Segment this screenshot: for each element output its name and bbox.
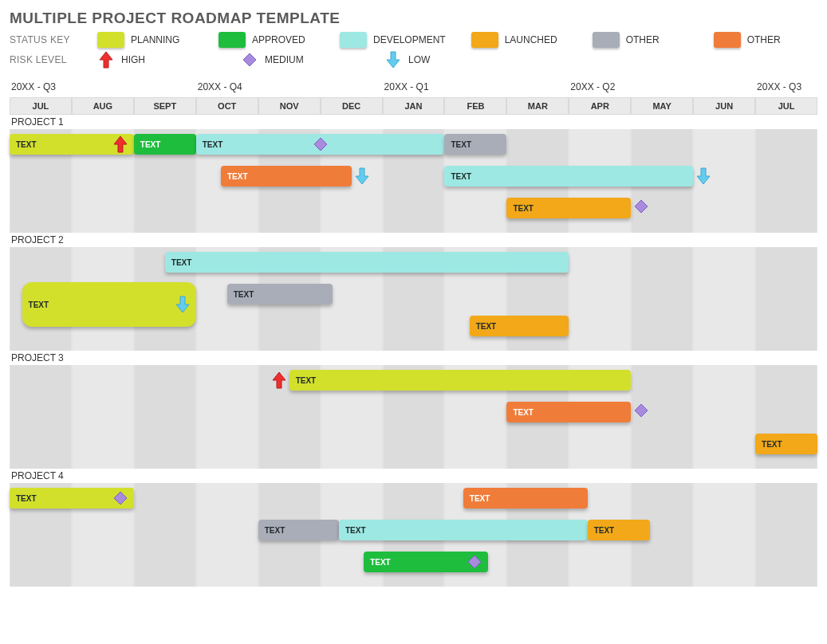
month-header: DEC [321, 97, 383, 115]
project-lanes: TEXTTEXTTEXTTEXTTEXTTEXTTEXT [10, 129, 817, 233]
project-title: PROJECT 3 [10, 351, 817, 365]
bar-label: TEXT [762, 440, 811, 449]
status-name: PLANNING [131, 34, 179, 45]
timeline-cell [755, 483, 817, 587]
gantt-bar[interactable]: TEXT [196, 134, 445, 155]
status-key-item: OTHER [593, 32, 688, 48]
status-name: OTHER [747, 34, 781, 45]
gantt-bar[interactable]: TEXT [444, 166, 693, 187]
diamond-icon [113, 491, 128, 505]
quarter-label [444, 80, 506, 97]
gantt-bar[interactable]: TEXT [506, 198, 631, 218]
quarter-label [506, 80, 569, 97]
bar-label: TEXT [296, 376, 625, 385]
gantt-bar[interactable]: TEXT [134, 134, 196, 155]
status-swatch [340, 32, 367, 48]
gantt-bar[interactable]: TEXT [463, 488, 588, 509]
project-lanes: TEXTTEXTTEXTTEXTTEXTTEXT [10, 483, 817, 587]
risk-marker [634, 403, 648, 421]
gantt-bar[interactable]: TEXT [10, 134, 134, 155]
arrow-down-icon [175, 296, 190, 313]
status-name: LAUNCHED [505, 34, 557, 45]
risk-level-name: LOW [408, 54, 430, 65]
quarter-label: 20XX - Q3 [755, 80, 817, 97]
gantt-bar[interactable]: TEXT [364, 552, 488, 572]
bar-label: TEXT [16, 494, 113, 503]
gantt-bar[interactable]: TEXT [165, 252, 569, 273]
month-header: SEPT [134, 97, 196, 115]
quarter-label [321, 80, 383, 97]
risk-marker [634, 199, 648, 217]
month-header: MAY [631, 97, 693, 115]
status-name: DEVELOPMENT [373, 34, 446, 45]
month-header: FEB [444, 97, 506, 115]
bar-label: TEXT [470, 494, 581, 503]
month-header: AUG [72, 97, 134, 115]
month-header: NOV [258, 97, 321, 115]
bar-label: TEXT [265, 526, 333, 535]
timeline-cell [196, 365, 258, 469]
gantt-bar[interactable]: TEXT [444, 134, 506, 155]
timeline-cell [134, 483, 196, 587]
status-swatch [471, 32, 498, 48]
bar-label: TEXT [476, 322, 563, 331]
status-key-item: LAUNCHED [471, 32, 567, 48]
month-header: JUL [10, 97, 72, 115]
gantt-bar[interactable]: TEXT [10, 488, 134, 509]
timeline-cell [693, 365, 755, 469]
quarter-label: 20XX - Q1 [383, 80, 445, 97]
timeline: 20XX - Q320XX - Q420XX - Q120XX - Q220XX… [10, 80, 817, 587]
bar-label: TEXT [513, 204, 624, 213]
gantt-bar[interactable]: TEXT [227, 284, 333, 304]
gantt-bar[interactable]: TEXT [470, 316, 569, 336]
months-row: JULAUGSEPTOCTNOVDECJANFEBMARAPRMAYJUNJUL [10, 97, 817, 115]
gantt-bar[interactable]: TEXT [22, 282, 196, 327]
bar-label: TEXT [234, 290, 326, 299]
arrow-down-icon [355, 167, 369, 185]
gantt-bar[interactable]: TEXT [289, 370, 632, 391]
bar-label: TEXT [451, 172, 687, 181]
status-name: OTHER [626, 34, 660, 45]
timeline-cell [569, 247, 631, 351]
timeline-cell [196, 483, 258, 587]
timeline-cell [631, 247, 693, 351]
timeline-cell [693, 483, 755, 587]
month-header: JUL [755, 97, 817, 115]
bar-label: TEXT [16, 140, 113, 149]
bar-label: TEXT [451, 140, 500, 149]
month-header: APR [569, 97, 631, 115]
diamond-icon [467, 555, 482, 569]
bar-label: TEXT [140, 140, 190, 149]
status-key-item: OTHER [714, 32, 809, 48]
gantt-bar[interactable]: TEXT [755, 434, 817, 454]
quarter-label [72, 80, 134, 97]
risk-level-item: LOW [384, 51, 480, 69]
arrow-up-icon [113, 135, 128, 153]
quarter-label [693, 80, 755, 97]
timeline-cell [72, 365, 134, 469]
month-header: OCT [196, 97, 258, 115]
project-lanes: TEXTTEXTTEXT [10, 365, 817, 469]
project-title: PROJECT 2 [10, 233, 817, 247]
project-title: PROJECT 4 [10, 469, 817, 483]
gantt-bar[interactable]: TEXT [221, 166, 352, 187]
arrow-down-icon [386, 51, 400, 69]
status-key-item: APPROVED [219, 32, 314, 48]
risk-marker [696, 167, 711, 188]
quarter-label: 20XX - Q2 [569, 80, 631, 97]
bar-label: TEXT [370, 558, 467, 567]
project-title: PROJECT 1 [10, 115, 817, 129]
risk-level-item: MEDIUM [241, 51, 337, 69]
status-name: APPROVED [252, 34, 305, 45]
gantt-bar[interactable]: TEXT [588, 520, 650, 540]
status-key-label: STATUS KEY [10, 34, 81, 45]
diamond-icon [634, 403, 648, 418]
diamond-icon [313, 137, 328, 151]
risk-level-name: MEDIUM [265, 54, 304, 65]
bar-label: TEXT [513, 408, 624, 417]
gantt-bar[interactable]: TEXT [339, 520, 588, 540]
gantt-bar[interactable]: TEXT [506, 402, 631, 422]
timeline-cell [693, 247, 755, 351]
status-key-legend: STATUS KEY PLANNINGAPPROVEDDEVELOPMENTLA… [10, 32, 817, 48]
gantt-bar[interactable]: TEXT [258, 520, 339, 540]
